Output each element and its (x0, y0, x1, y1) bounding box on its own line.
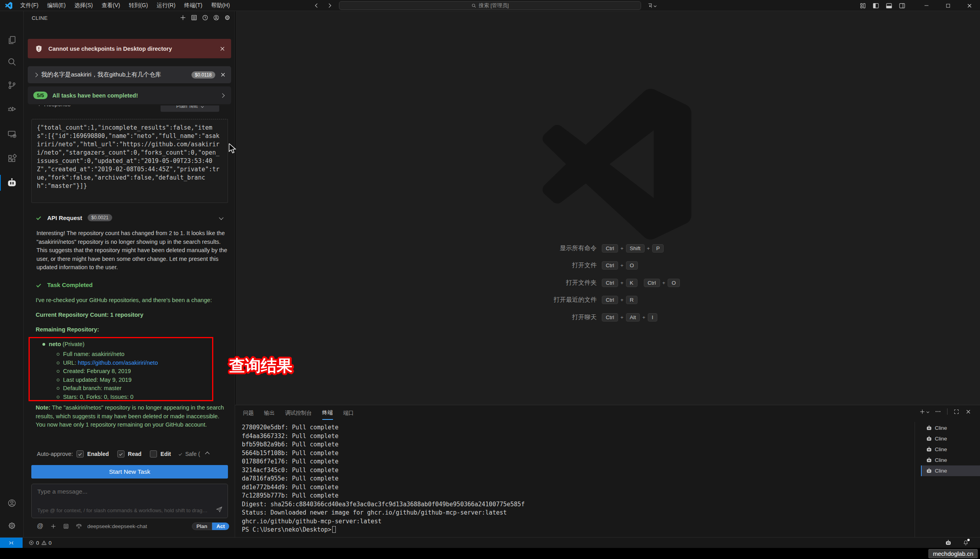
mcp-servers-icon[interactable] (191, 14, 197, 21)
settings-gear-icon[interactable] (0, 516, 23, 535)
toggle-panel-icon[interactable] (886, 2, 892, 9)
customize-layout-icon[interactable] (859, 2, 866, 9)
collapse-chevron-icon[interactable] (205, 452, 209, 456)
auto-approve-read-checkbox[interactable] (117, 450, 124, 458)
tab-output[interactable]: 输出 (264, 410, 275, 419)
shortcut-label: 打开最近的文件 (473, 296, 597, 304)
shortcut-row-open-file: 打开文件 Ctrl+ O (473, 260, 870, 271)
progress-banner[interactable]: 5/5 All tasks have been completed! (28, 86, 231, 104)
repo-visibility: (Private) (61, 341, 84, 347)
response-code-block[interactable]: {"total_count":1,"incomplete_results":fa… (31, 119, 228, 203)
terminal-prompt-line[interactable]: PS C:\Users\neko\Desktop> (242, 526, 336, 533)
shell-label: Cline (935, 436, 947, 442)
cline-status-robot-icon[interactable] (945, 540, 951, 546)
banner-close-icon[interactable] (219, 46, 226, 52)
extensions-icon[interactable] (0, 149, 23, 168)
sync-button[interactable] (647, 0, 656, 11)
auto-approve-read-label: Read (128, 451, 142, 457)
task-close-icon[interactable] (220, 72, 226, 78)
terminal-shell-item[interactable]: Cline (921, 455, 980, 465)
terminal-cursor (332, 526, 336, 533)
shortcut-row-open-recent: 打开最近的文件 Ctrl+ R (473, 294, 870, 305)
api-request-row[interactable]: API Request $0.0021 (36, 214, 223, 221)
terminal-shell-item[interactable]: Cline (921, 444, 980, 455)
toggle-sidebar-icon[interactable] (873, 2, 879, 9)
menu-edit[interactable]: 编辑(E) (43, 0, 70, 11)
response-header[interactable]: Response (38, 105, 71, 107)
menu-terminal[interactable]: 终端(T) (180, 0, 207, 11)
menu-file[interactable]: 文件(F) (16, 0, 43, 11)
cline-settings-icon[interactable] (224, 14, 231, 21)
auto-approve-edit-checkbox[interactable] (150, 450, 157, 458)
remote-icon (8, 540, 14, 546)
problems-status[interactable]: 0 0 (29, 538, 52, 548)
toggle-secondary-sidebar-icon[interactable] (899, 2, 905, 9)
history-forward-icon[interactable] (327, 2, 333, 9)
terminal-shell-item-selected[interactable]: Cline (921, 465, 980, 476)
new-terminal-button[interactable] (919, 409, 929, 415)
warning-icon (41, 540, 47, 546)
repo-url-link[interactable]: https://github.com/asakiriri/neto (78, 360, 158, 366)
history-icon[interactable] (202, 14, 209, 21)
sync-icon (647, 3, 653, 9)
repo-created: Created: February 8, 2019 (63, 367, 131, 376)
task-header[interactable]: 我的名字是asakiriri，我在github上有几个仓库 $0.0118 (28, 66, 231, 83)
new-task-icon[interactable] (180, 14, 186, 21)
remote-indicator[interactable] (0, 538, 23, 548)
add-icon[interactable] (50, 523, 56, 529)
more-actions-icon[interactable] (935, 408, 941, 415)
terminal-shell-item[interactable]: Cline (921, 433, 980, 444)
search-sidebar-icon[interactable] (0, 52, 23, 71)
close-window-button[interactable] (959, 0, 980, 11)
menu-view[interactable]: 查看(V) (97, 0, 124, 11)
cline-extension-icon[interactable] (0, 173, 23, 192)
terminal-line: 7c12895b777b: Pull complete (242, 492, 339, 499)
menu-selection[interactable]: 选择(S) (70, 0, 98, 11)
tab-problems[interactable]: 问题 (243, 410, 254, 419)
remote-explorer-icon[interactable] (0, 124, 23, 144)
vscode-window: 文件(F) 编辑(E) 选择(S) 查看(V) 转到(G) 运行(R) 终端(T… (0, 0, 980, 559)
history-back-icon[interactable] (313, 2, 320, 9)
terminal-line: Status: Downloaded newer image for ghcr.… (242, 509, 507, 516)
model-selector[interactable]: deepseek:deepseek-chat (87, 523, 147, 529)
mcp-icon[interactable] (63, 523, 69, 529)
plan-mode-button[interactable]: Plan (192, 523, 212, 530)
message-input[interactable]: Type a message... Type @ for context, / … (31, 484, 228, 518)
maximize-button[interactable] (937, 0, 959, 11)
cline-robot-icon (926, 425, 932, 431)
tab-debug-console[interactable]: 调试控制台 (285, 410, 312, 419)
rules-scales-icon[interactable] (76, 523, 82, 529)
menu-go[interactable]: 转到(G) (124, 0, 152, 11)
account-icon[interactable] (213, 14, 220, 21)
context-at-icon[interactable]: @ (37, 523, 43, 530)
menu-run[interactable]: 运行(R) (152, 0, 180, 11)
menu-help[interactable]: 帮助(H) (207, 0, 234, 11)
editor-area: 显示所有命令 Ctrl+ Shift+ P 打开文件 Ctrl+ O 打开文件夹… (235, 11, 980, 405)
auto-approve-enabled-checkbox[interactable] (77, 450, 84, 458)
search-input[interactable]: 搜索 [管理员] (339, 1, 641, 10)
response-format-dropdown[interactable]: Plain Text (161, 105, 219, 112)
source-control-icon[interactable] (0, 76, 23, 95)
notifications-bell[interactable] (963, 540, 969, 546)
result-intro: I've re-checked your GitHub repositories… (36, 296, 230, 305)
terminal-shell-item[interactable]: Cline (921, 423, 980, 433)
minimize-button[interactable] (916, 0, 937, 11)
tab-terminal[interactable]: 终端 (322, 409, 333, 420)
annotation-text-overlay: 查询结果 (225, 353, 320, 378)
sidebar-title: CLINE (32, 15, 48, 21)
run-debug-icon[interactable] (0, 100, 23, 119)
desktop-strip: mechdoglab.cn (0, 548, 980, 559)
act-mode-button[interactable]: Act (212, 523, 229, 530)
chat-scroll-area[interactable]: Response Plain Text {"total_count":1,"in… (24, 105, 235, 446)
auto-approve-label: Auto-approve: (37, 451, 73, 457)
accounts-icon[interactable] (0, 494, 23, 513)
close-panel-icon[interactable] (965, 409, 971, 415)
start-new-task-button[interactable]: Start New Task (31, 465, 228, 479)
auto-approve-bar[interactable]: Auto-approve: Enabled Read Edit Safe ( (24, 449, 235, 459)
key-shift: Shift (626, 244, 645, 253)
shortcut-row-open-folder: 打开文件夹 Ctrl+ K Ctrl+ O (473, 277, 870, 288)
tab-ports[interactable]: 端口 (343, 410, 354, 419)
explorer-icon[interactable] (0, 31, 23, 50)
maximize-panel-icon[interactable] (953, 409, 959, 415)
send-icon[interactable] (216, 506, 223, 513)
